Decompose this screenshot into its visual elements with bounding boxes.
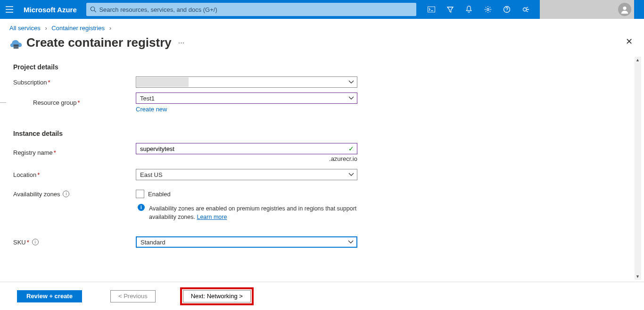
field-sku: SKU* i Standard xyxy=(13,236,635,248)
label-availability-zones: Availability zones xyxy=(13,191,60,198)
account-label-area xyxy=(540,0,615,19)
close-button[interactable]: ✕ xyxy=(626,36,633,47)
search-icon xyxy=(90,6,97,13)
availability-zones-info: i Availability zones are enabled on prem… xyxy=(136,203,357,221)
info-tooltip-az[interactable]: i xyxy=(63,191,69,197)
breadcrumb-all-services[interactable]: All services xyxy=(9,25,41,32)
registry-suffix: .azurecr.io xyxy=(136,155,357,162)
help-icon xyxy=(503,6,511,13)
menu-toggle[interactable] xyxy=(0,6,19,13)
label-sku: SKU xyxy=(13,239,26,246)
global-search[interactable] xyxy=(86,3,416,16)
info-icon: i xyxy=(138,204,145,211)
scroll-up-icon: ▲ xyxy=(636,58,640,62)
breadcrumb: All services › Container registries › xyxy=(0,19,644,34)
resource-group-value: Test1 xyxy=(140,95,155,102)
bell-icon xyxy=(465,6,472,13)
required-mark: * xyxy=(54,149,56,156)
settings-button[interactable] xyxy=(479,0,497,19)
field-subscription: Subscription* xyxy=(13,76,635,88)
section-instance-details: Instance details xyxy=(13,130,635,137)
section-project-details: Project details xyxy=(13,63,635,71)
label-subscription: Subscription xyxy=(13,79,47,86)
info-text: Availability zones are enabled on premiu… xyxy=(149,205,356,220)
directories-button[interactable] xyxy=(441,0,460,19)
page-title: Create container registry xyxy=(26,35,172,50)
chevron-down-icon xyxy=(348,80,354,84)
svg-point-5 xyxy=(523,8,526,11)
previous-button[interactable]: < Previous xyxy=(110,290,156,302)
location-value: East US xyxy=(140,171,163,178)
form-area: Project details Subscription* Resource g… xyxy=(0,57,644,282)
review-create-button[interactable]: Review + create xyxy=(17,290,82,302)
valid-check-icon: ✓ xyxy=(348,145,354,152)
next-networking-button[interactable]: Next: Networking > xyxy=(183,290,251,302)
chevron-icon: › xyxy=(109,25,111,32)
scrollbar-track[interactable]: ▲ ▼ xyxy=(635,57,641,280)
registry-name-input[interactable] xyxy=(140,143,347,154)
location-select[interactable]: East US xyxy=(136,169,357,180)
svg-point-0 xyxy=(91,7,94,10)
top-bar: Microsoft Azure xyxy=(0,0,644,19)
resource-group-select[interactable]: Test1 xyxy=(136,92,357,104)
svg-point-6 xyxy=(623,7,626,10)
learn-more-link[interactable]: Learn more xyxy=(197,214,227,220)
label-resource-group: Resource group xyxy=(33,99,77,106)
help-button[interactable] xyxy=(497,0,516,19)
more-actions-button[interactable]: ··· xyxy=(178,39,184,47)
label-location: Location xyxy=(13,171,36,178)
avatar-icon xyxy=(618,3,631,16)
create-new-link[interactable]: Create new xyxy=(136,106,167,113)
filter-icon xyxy=(446,6,454,13)
subscription-select[interactable] xyxy=(136,76,357,88)
gear-icon xyxy=(484,6,492,13)
chevron-icon: › xyxy=(45,25,47,32)
hamburger-icon xyxy=(6,6,13,13)
highlighted-next-button: Next: Networking > xyxy=(180,287,254,305)
chevron-down-icon xyxy=(348,173,354,176)
field-location: Location* East US xyxy=(13,169,635,180)
cloud-shell-icon xyxy=(428,6,435,13)
chevron-down-icon xyxy=(348,240,354,244)
field-availability-zones: Availability zones i Enabled xyxy=(13,190,635,198)
field-registry-name: Registry name* ✓ .azurecr.io xyxy=(13,143,635,162)
search-input[interactable] xyxy=(99,6,412,13)
required-mark: * xyxy=(78,99,80,106)
top-icons xyxy=(422,0,535,19)
feedback-button[interactable] xyxy=(516,0,535,19)
info-tooltip-sku[interactable]: i xyxy=(32,239,39,245)
container-registry-icon xyxy=(9,36,23,50)
search-wrap xyxy=(86,3,416,16)
brand-label[interactable]: Microsoft Azure xyxy=(19,6,86,14)
subscription-value-redacted xyxy=(137,77,189,87)
svg-point-3 xyxy=(487,8,489,10)
label-registry-name: Registry name xyxy=(13,149,53,156)
breadcrumb-container-registries[interactable]: Container registries xyxy=(51,25,105,32)
account-avatar[interactable] xyxy=(615,0,634,19)
svg-rect-8 xyxy=(14,44,19,46)
svg-line-1 xyxy=(94,10,96,12)
availability-zones-checkbox[interactable] xyxy=(136,190,144,198)
field-resource-group: Resource group* Test1 Create new xyxy=(13,92,635,113)
required-mark: * xyxy=(48,79,50,86)
page-header: Create container registry ··· ✕ xyxy=(0,34,644,55)
required-mark: * xyxy=(37,171,40,178)
feedback-icon xyxy=(522,6,529,13)
scroll-down-icon: ▼ xyxy=(636,274,640,279)
cloud-shell-button[interactable] xyxy=(422,0,441,19)
sku-select[interactable]: Standard xyxy=(136,236,357,248)
notifications-button[interactable] xyxy=(460,0,479,19)
required-mark: * xyxy=(27,239,29,246)
sku-value: Standard xyxy=(140,239,165,246)
action-bar: Review + create < Previous Next: Network… xyxy=(0,282,644,310)
chevron-down-icon xyxy=(348,96,354,100)
label-enabled: Enabled xyxy=(148,191,171,198)
svg-rect-2 xyxy=(428,7,435,12)
